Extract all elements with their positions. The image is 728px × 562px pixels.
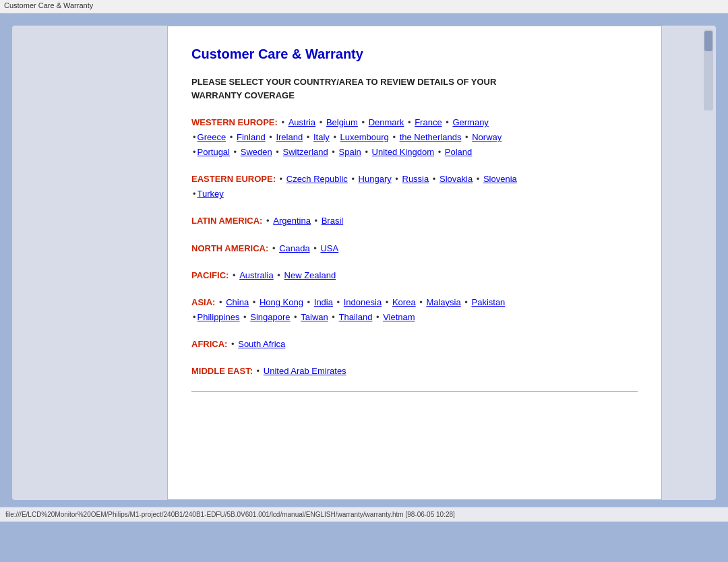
left-sidebar — [12, 26, 167, 500]
country-link[interactable]: Thailand — [339, 312, 373, 322]
status-bar: file:///E/LCD%20Monitor%20OEM/Philips/M1… — [0, 507, 728, 522]
country-link[interactable]: Ireland — [276, 132, 303, 142]
region-row: NORTH AMERICA: • Canada • USA — [191, 243, 338, 253]
bullet-icon: • — [363, 147, 371, 157]
bullet-icon: • — [330, 312, 338, 322]
country-link[interactable]: Slovenia — [483, 174, 517, 184]
bullet-icon: • — [390, 132, 398, 142]
status-bar-text: file:///E/LCD%20Monitor%20OEM/Philips/M1… — [5, 511, 455, 518]
country-link[interactable]: USA — [320, 243, 338, 253]
region-row: ASIA: • China • Hong Kong • India • Indo… — [191, 297, 505, 307]
country-link[interactable]: Singapore — [250, 312, 290, 322]
bullet-icon: • — [267, 132, 275, 142]
country-link[interactable]: Indonesia — [344, 297, 382, 307]
country-link[interactable]: Sweden — [241, 147, 272, 157]
country-link[interactable]: Vietnam — [383, 312, 415, 322]
bullet-icon: • — [383, 297, 391, 307]
country-link[interactable]: Norway — [472, 132, 502, 142]
country-link[interactable]: Germany — [452, 117, 488, 127]
region-row: EASTERN EUROPE: • Czech Republic • Hunga… — [191, 174, 517, 184]
country-link[interactable]: Czech Republic — [286, 174, 348, 184]
country-link[interactable]: Poland — [445, 147, 472, 157]
region-eastern-europe: EASTERN EUROPE: • Czech Republic • Hunga… — [191, 172, 638, 201]
bullet-icon: • — [462, 132, 471, 142]
country-link[interactable]: Finland — [237, 132, 266, 142]
bullet-icon: • — [216, 297, 224, 307]
country-link[interactable]: Portugal — [198, 147, 230, 157]
country-link[interactable]: Philippines — [198, 312, 240, 322]
bullet-icon: • — [264, 216, 272, 226]
regions-container: WESTERN EUROPE: • Austria • Belgium • De… — [191, 115, 638, 379]
region-row: MIDDLE EAST: • United Arab Emirates — [191, 366, 346, 376]
bullet-icon: • — [254, 366, 262, 376]
page-title: Customer Care & Warranty — [191, 46, 638, 62]
bullet-icon: • — [292, 312, 300, 322]
region-western-europe: WESTERN EUROPE: • Austria • Belgium • De… — [191, 115, 638, 160]
country-link[interactable]: Malaysia — [426, 297, 460, 307]
bullet-icon: • — [330, 147, 338, 157]
bullet-icon: • — [430, 174, 438, 184]
country-link[interactable]: Russia — [402, 174, 429, 184]
bottom-bar — [0, 522, 728, 562]
country-link[interactable]: Denmark — [369, 117, 404, 127]
scrollbar-track[interactable] — [704, 30, 713, 111]
country-link[interactable]: Australia — [239, 270, 274, 280]
country-link[interactable]: Korea — [392, 297, 416, 307]
country-link[interactable]: Pakistan — [471, 297, 505, 307]
country-link[interactable]: New Zealand — [284, 270, 336, 280]
country-link[interactable]: Canada — [279, 243, 310, 253]
bullet-icon: • — [359, 117, 367, 127]
region-label: AFRICA: — [191, 339, 227, 349]
region-label: WESTERN EUROPE: — [191, 117, 278, 127]
country-link[interactable]: Hong Kong — [260, 297, 303, 307]
country-link[interactable]: Hungary — [359, 174, 392, 184]
bullet-icon: • — [462, 297, 471, 307]
region-asia: ASIA: • China • Hong Kong • India • Indo… — [191, 295, 638, 325]
bullet-icon: • — [275, 270, 283, 280]
bullet-icon: • — [317, 117, 325, 127]
region-middle-east: MIDDLE EAST: • United Arab Emirates — [191, 364, 638, 379]
main-area: Customer Care & Warranty PLEASE SELECT Y… — [0, 13, 728, 507]
scrollbar-thumb[interactable] — [704, 31, 712, 51]
region-row: WESTERN EUROPE: • Austria • Belgium • De… — [191, 117, 489, 127]
country-link[interactable]: Spain — [339, 147, 361, 157]
country-link[interactable]: Italy — [313, 132, 330, 142]
country-link[interactable]: Taiwan — [301, 312, 328, 322]
right-sidebar — [662, 26, 716, 500]
bullet-icon: • — [229, 339, 237, 349]
country-link[interactable]: the Netherlands — [400, 132, 462, 142]
country-link[interactable]: Switzerland — [283, 147, 328, 157]
bullet-icon: • — [270, 243, 278, 253]
bullet-icon: • — [230, 270, 238, 280]
country-link[interactable]: Argentina — [273, 216, 311, 226]
country-link[interactable]: South Africa — [238, 339, 285, 349]
region-label: ASIA: — [191, 297, 215, 307]
country-link[interactable]: Luxembourg — [340, 132, 389, 142]
instructions: PLEASE SELECT YOUR COUNTRY/AREA TO REVIE… — [191, 75, 638, 102]
content-frame: Customer Care & Warranty PLEASE SELECT Y… — [167, 26, 662, 500]
bullet-icon: • — [334, 297, 342, 307]
bullet-icon: • — [444, 117, 452, 127]
country-link[interactable]: Turkey — [198, 189, 224, 199]
country-link[interactable]: Brasil — [322, 216, 344, 226]
country-link[interactable]: China — [226, 297, 249, 307]
country-link[interactable]: Austria — [289, 117, 315, 127]
section-divider — [191, 391, 638, 392]
country-link[interactable]: India — [314, 297, 333, 307]
country-link[interactable]: Greece — [198, 132, 226, 142]
bullet-icon: • — [231, 147, 239, 157]
bullet-icon: • — [311, 243, 320, 253]
country-link[interactable]: Slovakia — [439, 174, 473, 184]
region-pacific: PACIFIC: • Australia • New Zealand — [191, 268, 638, 283]
bullet-icon: • — [193, 132, 196, 142]
instructions-line2: WARRANTY COVERAGE — [191, 90, 295, 100]
bullet-icon: • — [274, 147, 282, 157]
bullet-icon: • — [305, 297, 313, 307]
bullet-icon: • — [227, 132, 235, 142]
bullet-icon: • — [193, 312, 196, 322]
country-link[interactable]: France — [415, 117, 442, 127]
country-link[interactable]: Belgium — [326, 117, 358, 127]
country-link[interactable]: United Kingdom — [372, 147, 435, 157]
region-row: •Greece • Finland • Ireland • Italy • Lu… — [191, 132, 502, 142]
country-link[interactable]: United Arab Emirates — [264, 366, 346, 376]
